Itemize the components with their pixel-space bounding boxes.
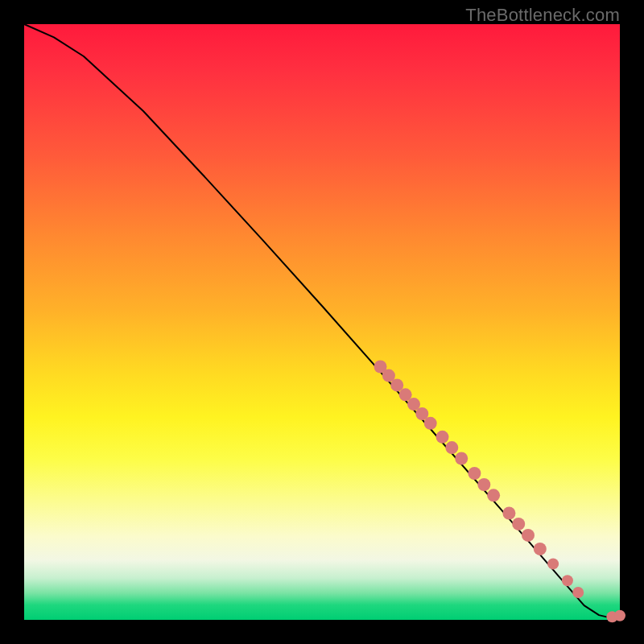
curve-marker — [562, 575, 573, 586]
chart-svg — [24, 24, 620, 620]
curve-marker — [445, 441, 458, 454]
curve-marker — [522, 529, 535, 542]
curve-marker — [512, 518, 525, 530]
curve-marker — [468, 467, 481, 480]
plot-area — [24, 24, 620, 620]
curve-marker — [614, 610, 625, 621]
curve-marker — [424, 417, 437, 430]
curve-marker — [547, 558, 559, 569]
marker-group — [374, 361, 626, 623]
curve-marker — [436, 431, 449, 444]
watermark-text: TheBottleneck.com — [465, 5, 620, 26]
curve-marker — [502, 507, 515, 520]
bottleneck-curve — [24, 24, 620, 618]
curve-marker — [477, 478, 490, 491]
chart-stage: TheBottleneck.com — [0, 0, 644, 644]
curve-marker — [572, 587, 584, 598]
curve-marker — [534, 543, 547, 555]
curve-marker — [455, 452, 468, 465]
curve-marker — [487, 489, 500, 502]
